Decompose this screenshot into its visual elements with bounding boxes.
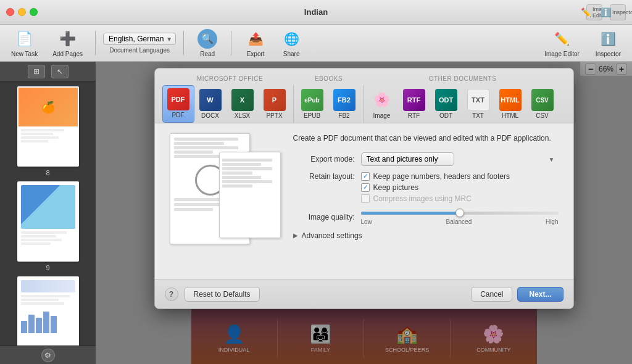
txt-icon: TXT <box>467 89 489 111</box>
compress-mrc-checkbox[interactable] <box>361 194 370 203</box>
thumb-line <box>21 299 59 301</box>
inspector-toolbar-button[interactable]: ℹ️ Inspector <box>591 27 626 60</box>
advanced-settings-row[interactable]: ▶ Advanced settings <box>293 231 559 240</box>
preview-line <box>222 180 272 183</box>
cancel-button[interactable]: Cancel <box>471 287 512 302</box>
page-thumb-8[interactable]: 🍊 8 <box>5 86 91 176</box>
format-btn-epub[interactable]: ePub EPUB <box>296 86 328 123</box>
inspector-button[interactable]: ℹ️ Inspector <box>610 4 626 20</box>
format-btn-csv[interactable]: CSV CSV <box>526 86 559 123</box>
format-btn-fb2[interactable]: FB2 FB2 <box>328 86 360 123</box>
page-thumb-9[interactable]: 9 <box>5 181 91 271</box>
retain-layout-label: Retain layout: <box>293 172 355 181</box>
retain-layout-options: Keep page numbers, headers and footers K… <box>361 172 510 203</box>
preview-line <box>222 172 253 175</box>
format-sep-2 <box>363 85 364 123</box>
image-quality-slider-fill <box>361 212 460 215</box>
page-thumb-img-10 <box>17 276 79 345</box>
sidebar-grid-view-button[interactable]: ⊞ <box>28 65 45 78</box>
format-btn-pptx[interactable]: P PPTX <box>259 86 291 123</box>
preview-line <box>222 176 261 179</box>
export-dialog: MICROSOFT OFFICE EBOOKS OTHER DOCUMENTS … <box>154 68 574 309</box>
keep-page-numbers-row: Keep page numbers, headers and footers <box>361 172 510 181</box>
preview-line <box>174 146 238 149</box>
add-pages-icon: ➕ <box>58 29 78 49</box>
share-button[interactable]: 🌐 Share <box>275 27 308 60</box>
keep-page-numbers-checkbox[interactable] <box>361 172 370 181</box>
image-quality-label: Image quality: <box>293 213 355 221</box>
thumb-line <box>21 133 54 135</box>
slider-low-label: Low <box>361 218 372 225</box>
image-editor-toolbar-button[interactable]: ✏️ Image Editor <box>539 27 584 60</box>
export-button[interactable]: 📤 Export <box>239 27 272 60</box>
format-btn-odt[interactable]: ODT ODT <box>430 86 462 123</box>
format-tabs-headers: MICROSOFT OFFICE EBOOKS OTHER DOCUMENTS <box>162 73 566 83</box>
ebooks-header: EBOOKS <box>298 73 360 83</box>
sidebar-bottom: ⚙ <box>0 345 96 364</box>
ms-office-header: MICROSOFT OFFICE <box>162 73 298 83</box>
maximize-button[interactable] <box>30 8 38 16</box>
format-btn-docx[interactable]: W DOCX <box>194 86 227 123</box>
preview-doc-output <box>219 152 281 238</box>
thumb-10-chart <box>21 308 75 333</box>
image-editor-toolbar-icon: ✏️ <box>552 29 572 49</box>
image-quality-slider-thumb[interactable] <box>455 209 464 217</box>
page-thumb-10[interactable]: 10 <box>5 276 91 345</box>
read-button[interactable]: 🔍 Read <box>191 27 223 60</box>
export-mode-label: Export mode: <box>293 155 355 163</box>
export-mode-row: Export mode: Text and pictures only Text… <box>293 152 559 166</box>
html-label: HTML <box>502 112 518 119</box>
page-thumb-img-9 <box>17 181 79 262</box>
reset-defaults-button[interactable]: Reset to Defaults <box>185 287 260 302</box>
preview-line <box>174 208 214 211</box>
thumb-line <box>21 129 64 131</box>
format-btn-txt[interactable]: TXT TXT <box>462 86 494 123</box>
compress-mrc-label: Compress images using MRC <box>373 194 472 203</box>
thumb-8-inner: 🍊 <box>19 88 78 165</box>
sidebar-settings-button[interactable]: ⚙ <box>41 349 55 362</box>
image-quality-slider-track <box>361 212 559 215</box>
format-btn-xlsx[interactable]: X XLSX <box>227 86 259 123</box>
image-editor-icon: ✏️ <box>581 7 591 17</box>
new-task-button[interactable]: 📄 New Task <box>6 27 43 60</box>
format-btn-rtf[interactable]: RTF RTF <box>398 86 430 123</box>
keep-pictures-row: Keep pictures <box>361 183 510 192</box>
keep-pictures-checkbox[interactable] <box>361 183 370 192</box>
preview-image: → <box>170 133 281 269</box>
read-icon: 🔍 <box>198 29 217 49</box>
thumb-line <box>21 295 70 297</box>
page-thumb-num-8: 8 <box>46 169 49 176</box>
title-bar-right: ✏️ Image Editor ℹ️ Inspector <box>586 4 626 20</box>
image-label: Image <box>373 112 391 119</box>
rtf-icon: RTF <box>403 89 425 111</box>
xlsx-icon: X <box>231 89 254 111</box>
help-button[interactable]: ? <box>165 287 178 301</box>
pdf-label: PDF <box>172 112 185 118</box>
toolbar-right: ✏️ Image Editor ℹ️ Inspector <box>539 27 626 60</box>
modal-options: Create a PDF document that can be viewed… <box>293 133 559 269</box>
add-pages-button[interactable]: ➕ Add Pages <box>48 27 88 60</box>
close-button[interactable] <box>6 8 14 16</box>
export-mode-select[interactable]: Text and pictures only Text only Picture… <box>361 152 454 166</box>
format-btn-image[interactable]: 🌸 Image <box>366 86 398 123</box>
minimize-button[interactable] <box>18 8 26 16</box>
format-btn-pdf[interactable]: PDF PDF <box>162 85 194 123</box>
sidebar-cursor-button[interactable]: ↖ <box>51 65 69 78</box>
slider-high-label: High <box>546 218 559 225</box>
export-mode-select-wrapper: Text and pictures only Text only Picture… <box>361 152 559 166</box>
preview-line <box>174 138 238 141</box>
chart-bar <box>21 321 27 333</box>
new-task-icon: 📄 <box>15 29 35 49</box>
toolbar-separator-3 <box>231 31 231 56</box>
doc-language-select[interactable]: English, German <box>103 33 176 45</box>
thumb-9-inner <box>19 183 78 260</box>
doc-language-group: English, German ▼ Document Languages <box>103 33 176 54</box>
txt-label: TXT <box>472 112 484 119</box>
format-tabs: MICROSOFT OFFICE EBOOKS OTHER DOCUMENTS … <box>155 68 573 123</box>
doc-language-select-wrapper: English, German ▼ <box>103 33 176 45</box>
fb2-label: FB2 <box>338 112 349 119</box>
thumb-line <box>21 242 51 245</box>
next-button[interactable]: Next... <box>517 287 563 302</box>
format-icons-row: PDF PDF W DOCX X XLSX P <box>162 85 566 123</box>
format-btn-html[interactable]: HTML HTML <box>494 86 526 123</box>
